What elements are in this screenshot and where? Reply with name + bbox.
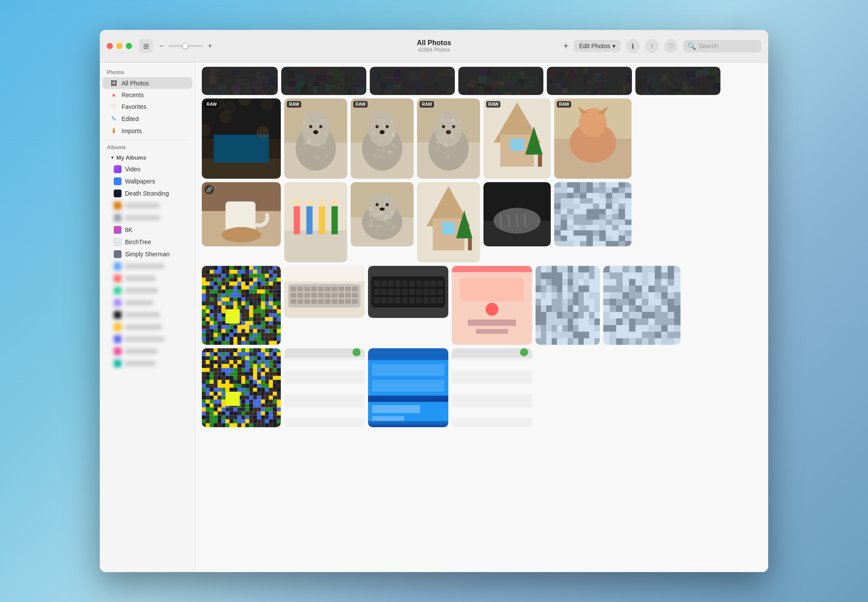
sidebar-item-all-photos[interactable]: 🖼 All Photos bbox=[102, 77, 192, 89]
sidebar-item-wallpapers[interactable]: Wallpapers bbox=[107, 175, 192, 187]
album17-label bbox=[125, 361, 155, 366]
add-button[interactable]: + bbox=[563, 40, 569, 52]
photo-thumbnail bbox=[202, 182, 281, 246]
sidebar-toggle-button[interactable]: ⊞ bbox=[139, 39, 153, 53]
photo-item[interactable] bbox=[483, 182, 551, 246]
photo-item[interactable] bbox=[370, 67, 455, 95]
sidebar-item-album10[interactable] bbox=[107, 272, 192, 285]
photo-thumbnail bbox=[536, 266, 600, 345]
toggle-chevron-icon: ▾ bbox=[111, 155, 114, 160]
share-button[interactable]: ↑ bbox=[645, 39, 659, 53]
sidebar-item-favorites[interactable]: ♡ Favorites bbox=[102, 101, 192, 113]
all-photos-icon: 🖼 bbox=[109, 79, 118, 87]
sidebar-item-album16[interactable] bbox=[107, 345, 192, 357]
sidebar-item-album14[interactable] bbox=[107, 321, 192, 333]
photo-item[interactable] bbox=[284, 348, 365, 427]
sidebar-item-video[interactable]: Video bbox=[107, 163, 192, 175]
sidebar-item-recents[interactable]: ● Recents bbox=[102, 89, 192, 101]
photo-item[interactable] bbox=[202, 67, 278, 95]
photo-item[interactable] bbox=[452, 348, 532, 427]
photo-item[interactable] bbox=[603, 266, 681, 345]
photo-item[interactable]: RAW bbox=[284, 98, 347, 179]
zoom-out-button[interactable]: − bbox=[157, 42, 166, 51]
photo-item[interactable] bbox=[202, 348, 281, 427]
photo-item[interactable] bbox=[458, 67, 543, 95]
raw-badge: RAW bbox=[287, 101, 301, 108]
raw-badge: RAW bbox=[486, 101, 500, 108]
photo-item[interactable] bbox=[351, 182, 414, 246]
album16-color bbox=[114, 347, 122, 355]
zoom-in-button[interactable]: + bbox=[206, 42, 214, 51]
photo-item[interactable] bbox=[417, 182, 480, 262]
photo-item[interactable] bbox=[284, 182, 347, 262]
sidebar-item-album13[interactable] bbox=[107, 309, 192, 321]
albums-section-label: Albums bbox=[100, 143, 195, 152]
sidebar-item-album11[interactable] bbox=[107, 285, 192, 297]
photo-thumbnail bbox=[554, 182, 631, 246]
photo-item[interactable] bbox=[202, 266, 281, 345]
info-button[interactable]: ℹ bbox=[626, 39, 640, 53]
sidebar-item-imports[interactable]: ⬇ Imports bbox=[102, 125, 192, 137]
photo-row-top bbox=[202, 67, 762, 95]
birchtree-album-color bbox=[114, 238, 122, 246]
photo-item[interactable] bbox=[536, 266, 600, 345]
raw-badge: RAW bbox=[557, 101, 571, 108]
photo-item[interactable] bbox=[281, 67, 366, 95]
sidebar-item-edited[interactable]: ✎ Edited bbox=[102, 113, 192, 125]
favorites-label: Favorites bbox=[122, 103, 147, 110]
photo-thumbnail bbox=[452, 348, 532, 427]
photo-thumbnail bbox=[368, 266, 448, 318]
photo-count: 42994 Photos bbox=[417, 47, 451, 53]
imports-icon: ⬇ bbox=[109, 127, 118, 135]
maximize-button[interactable] bbox=[126, 43, 132, 49]
photo-item[interactable]: RAW bbox=[351, 98, 414, 179]
8k-album-label: 8K bbox=[125, 226, 132, 233]
photo-item[interactable]: RAW bbox=[483, 98, 551, 179]
photo-thumbnail bbox=[202, 266, 281, 345]
raw-badge: RAW bbox=[204, 101, 219, 108]
photo-item[interactable] bbox=[547, 67, 632, 95]
my-albums-toggle[interactable]: ▾ My Albums bbox=[104, 152, 195, 163]
photo-thumbnail bbox=[635, 67, 720, 95]
photo-item[interactable]: 🔗 bbox=[202, 182, 281, 246]
photo-item[interactable] bbox=[554, 182, 631, 246]
album11-label bbox=[125, 288, 158, 293]
sidebar-item-birchtree[interactable]: BirchTree bbox=[107, 236, 192, 248]
zoom-thumb bbox=[182, 43, 188, 49]
sidebar-item-album17[interactable] bbox=[107, 357, 192, 370]
edit-photos-button[interactable]: Edit Photos ▾ bbox=[574, 40, 621, 52]
photo-item[interactable]: RAW bbox=[417, 98, 480, 179]
title-center: All Photos 42994 Photos bbox=[417, 39, 451, 53]
photo-item[interactable] bbox=[284, 266, 365, 318]
raw-badge: RAW bbox=[420, 101, 434, 108]
photo-item[interactable]: RAW bbox=[202, 98, 281, 179]
sidebar-item-album5[interactable] bbox=[107, 212, 192, 224]
sidebar-item-album12[interactable] bbox=[107, 297, 192, 309]
zoom-slider[interactable] bbox=[168, 45, 203, 47]
library-section-label: Photos bbox=[100, 68, 195, 77]
photo-item[interactable] bbox=[452, 266, 532, 345]
sidebar-item-death-stranding[interactable]: Death Stranding bbox=[107, 187, 192, 200]
photo-item[interactable] bbox=[368, 348, 448, 427]
photo-item[interactable] bbox=[635, 67, 720, 95]
album13-label bbox=[125, 312, 160, 317]
8k-album-color bbox=[114, 226, 122, 234]
photo-item[interactable]: RAW bbox=[554, 98, 631, 179]
heart-button[interactable]: ♡ bbox=[664, 39, 678, 53]
search-input[interactable] bbox=[699, 43, 757, 49]
sidebar-item-album9[interactable] bbox=[107, 260, 192, 272]
photo-thumbnail bbox=[351, 182, 414, 246]
close-button[interactable] bbox=[107, 43, 113, 49]
photo-thumbnail bbox=[284, 266, 365, 318]
minimize-button[interactable] bbox=[116, 43, 122, 49]
sidebar: Photos 🖼 All Photos ● Recents ♡ Favorite… bbox=[100, 62, 195, 572]
simply-sherman-album-color bbox=[114, 250, 122, 258]
sidebar-item-8k[interactable]: 8K bbox=[107, 224, 192, 236]
wallpapers-album-color bbox=[114, 177, 122, 185]
album5-label bbox=[125, 215, 160, 220]
search-bar[interactable]: 🔍 bbox=[683, 40, 761, 52]
sidebar-item-album4[interactable] bbox=[107, 200, 192, 212]
sidebar-item-simply-sherman[interactable]: Simply Sherman bbox=[107, 248, 192, 260]
sidebar-item-album15[interactable] bbox=[107, 333, 192, 345]
photo-item[interactable] bbox=[368, 266, 448, 318]
